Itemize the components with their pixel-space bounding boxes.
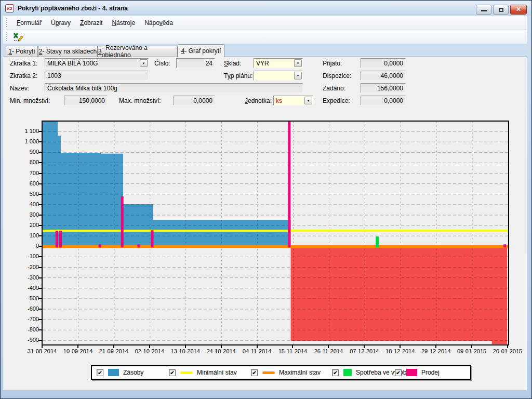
x-axis-tick [42,345,43,348]
menu-item-npovda[interactable]: Nápověda [140,18,178,28]
max-mnozstvi-field: 0,0000 [174,96,215,105]
bar-prodej [56,231,58,247]
legend-label: Maximální stav [279,369,321,376]
y-axis-label: -800 [12,326,39,332]
menu-item-pravy[interactable]: Úpravy [46,18,75,28]
tab-3[interactable]: 3 - Rezervováno a objednáno [98,46,178,57]
toolbar [3,30,527,44]
y-axis-label: 200 [12,222,39,228]
legend-swatch-icon [343,369,352,376]
x-axis-label: 20-01-2015 [489,348,526,354]
max-mnozstvi-label: Max. množství: [119,97,161,104]
x-axis-label: 07-12-2014 [345,348,383,354]
minimize-button[interactable] [476,5,491,15]
y-axis-tick [38,340,42,341]
legend-item-minim-ln-stav: ✔Minimální stav [169,369,237,376]
y-axis-label: -900 [12,337,39,343]
series-nedostatek-z-porn-pokryt- [291,246,508,344]
legend-swatch-icon [262,371,275,374]
dispozice-field: 46,0000 [361,71,406,81]
excel-edit-icon[interactable] [13,32,23,42]
y-axis-label: 300 [12,211,39,218]
min-mnozstvi-label: Min. množství: [10,97,50,104]
legend-label: Zásoby [123,369,143,376]
legend-checkbox-2[interactable]: ✔ [169,369,176,376]
menu-item-zobrazit[interactable]: Zobrazit [75,18,107,28]
y-axis-label: 700 [12,170,39,176]
y-axis-label: 1 000 [12,138,39,144]
y-axis-label: 0 [12,243,39,249]
legend-swatch-icon [180,371,193,374]
prijato-field: 0,0000 [361,58,406,68]
prijato-label: Přijato: [323,60,342,67]
restore-icon [499,8,503,12]
x-axis-label: 24-10-2014 [203,348,240,354]
y-axis-label: -400 [12,285,39,291]
y-axis-label: 500 [12,191,39,197]
tab-4[interactable]: 4 - Graf pokrytí [178,44,224,57]
y-axis-label: -100 [12,253,39,259]
menu-gripper-icon [6,18,8,27]
legend-checkbox-4[interactable]: ✔ [332,369,339,376]
menu-item-nstroje[interactable]: Nástroje [107,18,140,28]
y-axis-tick [38,162,42,163]
chart-plot-area [42,121,509,345]
x-axis-label: 02-10-2014 [131,348,168,354]
x-axis-tick [435,345,436,348]
jednotka-label: Jednotka: [245,97,272,104]
zkratka1-combobox[interactable]: MILKA BÍLÁ 100G▼ [45,58,149,68]
minimize-icon [481,10,487,11]
legend-checkbox-5[interactable]: ✔ [395,369,402,376]
y-axis-tick [38,246,42,247]
x-axis-tick [328,345,329,348]
legend-item-maxim-ln-stav: ✔Maximální stav [251,369,321,376]
bar-prodej [138,244,140,247]
jednotka-combobox[interactable]: ks▼ [273,96,313,105]
chart-legend: ✔Zásoby✔Minimální stav✔Maximální stav✔Sp… [91,365,471,380]
x-axis-tick [292,345,293,348]
close-button[interactable]: ✕ [510,5,527,15]
bar-prodej [59,231,62,247]
x-axis-label: 10-09-2014 [59,348,97,354]
y-axis-tick [38,256,42,257]
close-icon: ✕ [511,6,526,13]
y-axis-label: -600 [12,305,39,312]
zkratka1-combobox-dropdown-icon[interactable]: ▼ [140,59,148,67]
y-axis-tick [38,225,42,226]
x-axis-label: 29-12-2014 [417,348,455,354]
tab-2[interactable]: 2 - Stavy na skladech [38,46,98,57]
y-axis-label: 900 [12,149,39,155]
x-axis-tick [185,345,186,348]
legend-checkbox-3[interactable]: ✔ [251,369,258,376]
restore-button[interactable] [493,5,509,15]
expedice-field: 0,0000 [361,96,406,105]
zkratka2-label: Zkratka 2: [10,72,37,79]
typ-planu-combobox[interactable]: ▼ [254,71,303,81]
x-axis-tick [257,345,258,348]
x-axis-label: 21-09-2014 [95,348,132,354]
min-mnozstvi-field: 150,0000 [64,96,108,105]
y-axis-tick [38,319,42,320]
x-axis-tick [507,345,508,348]
legend-swatch-icon [108,369,119,376]
y-axis-tick [38,204,42,205]
zadano-field: 156,0000 [361,83,406,93]
bar-prodej [151,230,154,247]
y-axis-tick [38,329,42,330]
menu-item-formul[interactable]: Formulář [12,18,46,28]
typ-planu-combobox-dropdown-icon[interactable]: ▼ [294,72,302,79]
bar-prodej [503,244,506,247]
sklad-combobox[interactable]: VYR▼ [254,58,303,68]
nazev-label: Název: [10,85,29,92]
x-axis-tick [471,345,472,348]
jednotka-combobox-dropdown-icon[interactable]: ▼ [304,97,312,104]
line-maxim-ln-stav [43,245,508,248]
sklad-label: Sklad: [224,60,241,67]
sklad-combobox-dropdown-icon[interactable]: ▼ [294,59,302,67]
y-axis-tick [38,183,42,184]
legend-checkbox-1[interactable]: ✔ [97,369,103,376]
x-axis-tick [221,345,222,348]
x-axis-tick [364,345,365,348]
toolbar-gripper-icon [6,32,8,41]
tab-1[interactable]: 1 - Pokrytí [6,46,38,57]
